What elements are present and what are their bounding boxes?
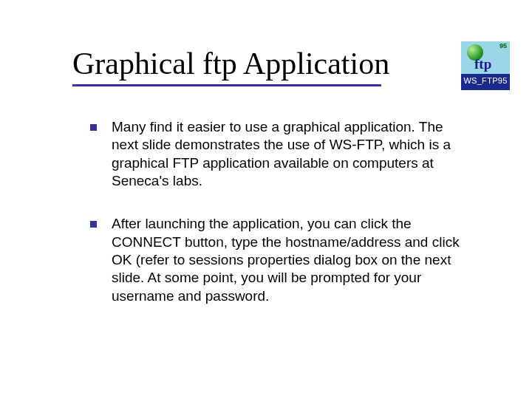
bullet-text: After launching the application, you can…: [112, 215, 467, 305]
logo-upper-panel: 95 ftp: [461, 41, 510, 74]
list-item: Many find it easier to use a graphical a…: [90, 118, 467, 190]
slide-body: Many find it easier to use a graphical a…: [90, 118, 467, 330]
title-block: Graphical ftp Application: [72, 47, 389, 86]
title-row: Graphical ftp Application 95 ftp WS_FTP9…: [72, 47, 510, 90]
list-item: After launching the application, you can…: [90, 215, 467, 305]
logo-script-text: ftp: [474, 56, 491, 72]
logo-label: WS_FTP95: [463, 76, 507, 85]
title-underline: [72, 84, 381, 86]
slide: Graphical ftp Application 95 ftp WS_FTP9…: [0, 0, 532, 399]
slide-title: Graphical ftp Application: [72, 47, 389, 80]
bullet-icon: [90, 124, 97, 131]
logo-small-text: 95: [499, 42, 507, 50]
bullet-text: Many find it easier to use a graphical a…: [112, 118, 467, 190]
wsftp-logo-icon: 95 ftp WS_FTP95: [461, 41, 510, 90]
bullet-icon: [90, 221, 97, 228]
